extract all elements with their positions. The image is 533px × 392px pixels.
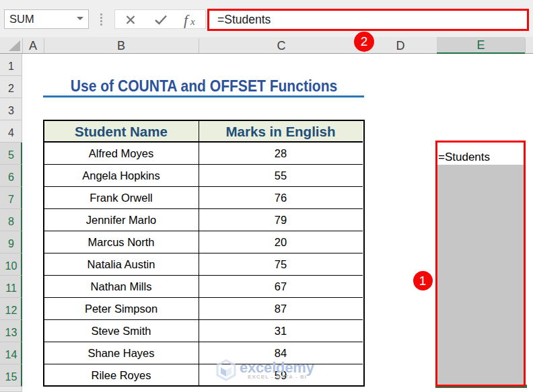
svg-text:f: f bbox=[184, 11, 190, 28]
svg-text:x: x bbox=[190, 16, 195, 27]
